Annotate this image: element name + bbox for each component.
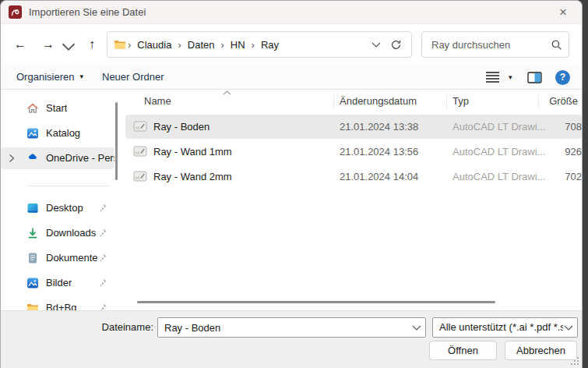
file-row-ray-wand-2mm[interactable]: Ray - Wand 2mm 21.01.2024 14:04 AutoCAD … (125, 165, 582, 189)
filename-label: Dateiname: (82, 317, 153, 338)
filetype-select[interactable]: Alle unterstützt (*.ai *.pdf *.sc * (432, 317, 578, 338)
filetype-value: Alle unterstützt (*.ai *.pdf *.sc * (439, 318, 563, 337)
sidebar-item-dokumente[interactable]: Dokumente (1, 247, 114, 269)
dwg-file-icon (133, 171, 147, 182)
breadcrumb-separator: › (250, 39, 256, 51)
pin-icon (97, 203, 107, 213)
filename-combobox (157, 317, 426, 338)
desktop-icon (26, 202, 39, 214)
dialog-footer: Dateiname: Alle unterstützt (*.ai *.pdf … (1, 310, 582, 368)
column-header-type[interactable]: Typ (452, 95, 469, 107)
downloads-icon (26, 227, 39, 239)
file-type: AutoCAD LT Drawi... (452, 165, 545, 189)
dialog-title: Importieren Sie eine Datei (29, 6, 146, 18)
folder-icon (26, 302, 39, 310)
search-box (421, 31, 569, 58)
breadcrumb-separator: › (219, 39, 225, 51)
app-logo-icon (9, 5, 22, 19)
sidebar-item-katalog[interactable]: Katalog (1, 122, 114, 144)
open-button[interactable]: Öffnen (429, 341, 497, 360)
pin-icon (97, 253, 107, 263)
file-name: Ray - Wand 2mm (153, 165, 232, 189)
help-icon[interactable]: ? (555, 70, 570, 85)
column-header-name[interactable]: Name (144, 95, 171, 107)
organize-button[interactable]: Organisieren ▾ (16, 65, 83, 89)
pictures-icon (26, 277, 39, 289)
file-type: AutoCAD LT Drawi... (452, 140, 545, 164)
new-folder-button[interactable]: Neuer Ordner (102, 65, 164, 89)
file-modified: 21.01.2024 13:56 (340, 140, 418, 164)
column-resize-handle[interactable] (333, 94, 334, 108)
dwg-file-icon (133, 146, 147, 157)
pin-icon (97, 303, 107, 310)
sort-ascending-icon (223, 90, 231, 95)
search-input[interactable] (422, 32, 569, 57)
sidebar: Start Katalog OneDrive - Pers (1, 90, 122, 310)
titlebar: Importieren Sie eine Datei × (1, 1, 582, 24)
caret-down-icon: ▾ (79, 65, 83, 89)
main-area: Start Katalog OneDrive - Pers (1, 90, 582, 310)
file-size: 926 (565, 140, 582, 164)
file-list-header: Name Änderungsdatum Typ Größe (122, 90, 582, 112)
home-icon (26, 102, 39, 115)
preview-pane-icon[interactable] (527, 72, 542, 83)
sidebar-item-desktop[interactable]: Desktop (1, 197, 114, 219)
column-resize-handle[interactable] (446, 94, 447, 108)
breadcrumb-item-hn[interactable]: HN (226, 39, 250, 51)
file-list: Name Änderungsdatum Typ Größe Ray - Bode… (122, 90, 582, 310)
sidebar-item-onedrive[interactable]: OneDrive - Pers (1, 147, 114, 169)
breadcrumb-separator: › (126, 39, 132, 51)
file-type: AutoCAD LT Drawi... (452, 115, 545, 139)
sidebar-item-bd-bg[interactable]: Bd+Bg (1, 297, 114, 310)
pin-icon (97, 278, 107, 288)
resize-grip[interactable] (570, 356, 579, 366)
column-header-size[interactable]: Größe (549, 95, 578, 107)
pin-icon (97, 228, 107, 238)
sidebar-scrollbar[interactable] (115, 102, 118, 180)
address-bar[interactable]: › Claudia › Daten › HN › Ray (107, 31, 412, 58)
filename-input[interactable] (158, 318, 425, 337)
file-row-ray-boden[interactable]: Ray - Boden 21.01.2024 13:38 AutoCAD LT … (125, 115, 582, 139)
chevron-right-icon[interactable] (9, 154, 15, 163)
horizontal-scrollbar[interactable] (137, 301, 495, 303)
file-rows: Ray - Boden 21.01.2024 13:38 AutoCAD LT … (122, 115, 582, 189)
import-file-dialog: Importieren Sie eine Datei × ← → ↑ › Cla… (0, 0, 583, 368)
cancel-button[interactable]: Abbrechen (505, 341, 577, 360)
file-size: 702 (565, 165, 582, 189)
command-toolbar: Organisieren ▾ Neuer Ordner ▾ ? (1, 65, 582, 90)
chevron-down-icon[interactable] (412, 325, 421, 331)
file-size: 708 (565, 115, 582, 139)
view-dropdown-caret-icon[interactable]: ▾ (509, 73, 512, 81)
file-name: Ray - Boden (153, 115, 209, 139)
sidebar-item-bilder[interactable]: Bilder (1, 272, 114, 294)
column-resize-handle[interactable] (538, 94, 539, 108)
close-icon[interactable]: × (546, 1, 580, 23)
file-name: Ray - Wand 1mm (153, 140, 232, 164)
chevron-down-icon (564, 325, 573, 331)
folder-icon[interactable] (114, 38, 126, 51)
file-row-ray-wand-1mm[interactable]: Ray - Wand 1mm 21.01.2024 13:56 AutoCAD … (125, 140, 582, 164)
file-modified: 21.01.2024 14:04 (340, 165, 418, 189)
breadcrumb-item-ray[interactable]: Ray (256, 39, 283, 51)
sidebar-item-start[interactable]: Start (1, 97, 114, 119)
onedrive-icon (26, 154, 40, 163)
forward-button[interactable]: → (38, 35, 58, 54)
refresh-icon[interactable] (385, 34, 407, 55)
breadcrumb-item-daten[interactable]: Daten (183, 39, 220, 51)
file-modified: 21.01.2024 13:38 (340, 115, 418, 139)
address-dropdown-chevron-icon[interactable] (368, 42, 385, 48)
recent-locations-chevron-icon[interactable] (62, 42, 76, 51)
breadcrumb-separator: › (176, 39, 182, 51)
column-header-modified[interactable]: Änderungsdatum (340, 95, 417, 107)
dwg-file-icon (133, 121, 147, 132)
gallery-icon (26, 127, 39, 140)
sidebar-separator (27, 186, 110, 186)
navigation-bar: ← → ↑ › Claudia › Daten › HN › Ray (1, 24, 582, 65)
search-icon (551, 39, 562, 51)
back-button[interactable]: ← (10, 35, 30, 54)
documents-icon (26, 252, 39, 264)
view-mode-icon[interactable] (485, 72, 500, 83)
breadcrumb-item-claudia[interactable]: Claudia (132, 39, 176, 51)
up-button[interactable]: ↑ (82, 35, 102, 54)
sidebar-item-downloads[interactable]: Downloads (1, 222, 114, 244)
